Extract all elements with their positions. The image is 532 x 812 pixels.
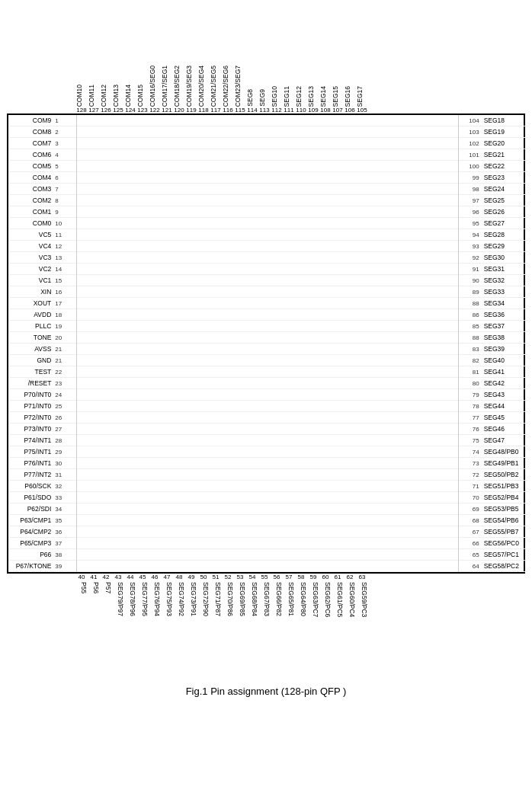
left-pin-name: COM3 — [8, 185, 53, 193]
right-pin-number: 100 — [459, 163, 482, 170]
right-pin-name: SEG58/PC2 — [482, 562, 527, 570]
top-pin-number: 118 — [197, 107, 210, 113]
right-pin-name: SEG19 — [482, 128, 527, 136]
right-pin-row: 83SEG39 — [459, 344, 527, 355]
left-pin-number: 9 — [53, 209, 76, 216]
right-pin-row: 74SEG48/PB0 — [459, 446, 527, 458]
right-pin-name: SEG45 — [482, 414, 527, 421]
top-label-item: COM19/SEG3 — [185, 64, 197, 107]
left-pin-name: COM8 — [8, 128, 53, 136]
right-pin-number: 79 — [459, 392, 482, 398]
right-pin-row: 82SEG40 — [459, 355, 527, 366]
left-pin-number: 10 — [53, 220, 76, 227]
right-pin-number: 89 — [459, 289, 482, 296]
bottom-label-item: SEG68/P84 — [246, 580, 258, 679]
right-pin-name: SEG21 — [482, 151, 527, 158]
right-pin-number: 101 — [459, 152, 482, 158]
top-label-item: SEG9 — [258, 88, 271, 107]
center-row — [77, 126, 458, 138]
left-pin-name: COM7 — [8, 139, 53, 147]
right-pin-number: 95 — [459, 220, 482, 227]
left-pin-number: 37 — [53, 540, 76, 547]
left-pin-row: PLLC19 — [8, 321, 76, 332]
left-pin-name: P72/INT0 — [8, 414, 53, 421]
center-row — [77, 252, 458, 264]
bottom-label-item: SEG71/P87 — [210, 580, 222, 679]
left-pin-number: 30 — [53, 460, 76, 467]
left-pin-name: P75/INT1 — [8, 448, 53, 456]
bottom-label-item: P55 — [75, 580, 88, 679]
bottom-pin-number: 58 — [295, 574, 307, 580]
center-row — [77, 378, 458, 389]
bottom-pin-number: 59 — [307, 574, 319, 580]
right-pin-number: 85 — [459, 323, 482, 330]
right-pin-number: 72 — [459, 472, 482, 478]
left-pin-row: P72/INT026 — [8, 412, 76, 424]
left-pin-name: COM9 — [8, 117, 53, 124]
right-pin-name: SEG40 — [482, 356, 527, 364]
center-row — [77, 195, 458, 206]
right-pin-row: 65SEG57/PC1 — [459, 549, 527, 561]
top-pin-number: 117 — [210, 107, 222, 113]
left-pin-number: 13 — [53, 254, 76, 261]
right-pin-row: 66SEG56/PC0 — [459, 538, 527, 549]
top-pin-number: 122 — [149, 107, 161, 113]
right-pin-number: 69 — [459, 506, 482, 513]
top-labels-row: COM10COM11COM12COM13COM14COM15COM16/SEG0… — [75, 8, 373, 107]
center-grid — [77, 115, 458, 572]
right-pin-number: 104 — [459, 117, 482, 124]
left-pin-number: 7 — [53, 186, 76, 193]
right-pin-number: 86 — [459, 312, 482, 318]
top-pin-number: 107 — [332, 107, 344, 113]
bottom-pin-number: 42 — [100, 574, 112, 580]
right-pin-number: 102 — [459, 140, 482, 147]
top-label-item: SEG12 — [295, 85, 307, 107]
left-pin-number: 28 — [53, 437, 76, 444]
top-pin-number: 108 — [319, 107, 332, 113]
top-pin-number: 124 — [124, 107, 136, 113]
left-pin-name: AVSS — [8, 345, 53, 353]
center-row — [77, 458, 458, 469]
left-pin-row: P6638 — [8, 549, 76, 561]
top-label-item: COM15 — [136, 83, 149, 107]
top-pin-number: 127 — [88, 107, 100, 113]
left-pin-name: COM5 — [8, 162, 53, 170]
left-pin-name: VC5 — [8, 231, 53, 238]
right-pin-row: 64SEG58/PC2 — [459, 561, 527, 572]
top-pin-number: 112 — [271, 107, 283, 113]
right-pin-name: SEG37 — [482, 322, 527, 330]
right-pin-row: 97SEG25 — [459, 195, 527, 206]
left-pin-row: COM19 — [8, 206, 76, 218]
right-pin-row: 88SEG38 — [459, 332, 527, 344]
left-pin-row: P73/INT027 — [8, 424, 76, 435]
center-row — [77, 389, 458, 401]
bottom-label-item: P57 — [100, 580, 112, 679]
right-pin-column: 104SEG18103SEG19102SEG20101SEG21100SEG22… — [458, 115, 527, 572]
top-pin-number: 126 — [100, 107, 112, 113]
right-pin-row: 70SEG52/PB4 — [459, 492, 527, 504]
right-pin-number: 90 — [459, 277, 482, 284]
top-pin-number: 113 — [258, 107, 271, 113]
right-pin-number: 96 — [459, 209, 482, 216]
right-pin-number: 78 — [459, 403, 482, 410]
chip-diagram: COM91COM82COM73COM64COM55COM46COM37COM28… — [7, 113, 525, 574]
left-pin-name: P61/SDO — [8, 494, 53, 501]
bottom-label-item: SEG66/P82 — [271, 580, 283, 679]
left-pin-name: COM4 — [8, 174, 53, 181]
left-pin-row: COM73 — [8, 138, 76, 149]
right-pin-name: SEG56/PC0 — [482, 539, 527, 547]
left-pin-number: 11 — [53, 232, 76, 238]
bottom-label-item: SEG64/P80 — [295, 580, 307, 679]
bottom-pin-number: 53 — [234, 574, 246, 580]
left-pin-name: VC4 — [8, 242, 53, 250]
top-label-item: SEG10 — [271, 85, 283, 107]
center-row — [77, 424, 458, 435]
left-pin-name: /RESET — [8, 379, 53, 387]
top-pin-number: 114 — [246, 107, 258, 113]
top-label-item: COM17/SEG1 — [161, 64, 173, 107]
left-pin-number: 31 — [53, 472, 76, 478]
left-pin-number: 32 — [53, 483, 76, 490]
right-pin-number: 70 — [459, 494, 482, 501]
left-pin-name: P76/INT1 — [8, 459, 53, 467]
right-pin-name: SEG43 — [482, 391, 527, 398]
